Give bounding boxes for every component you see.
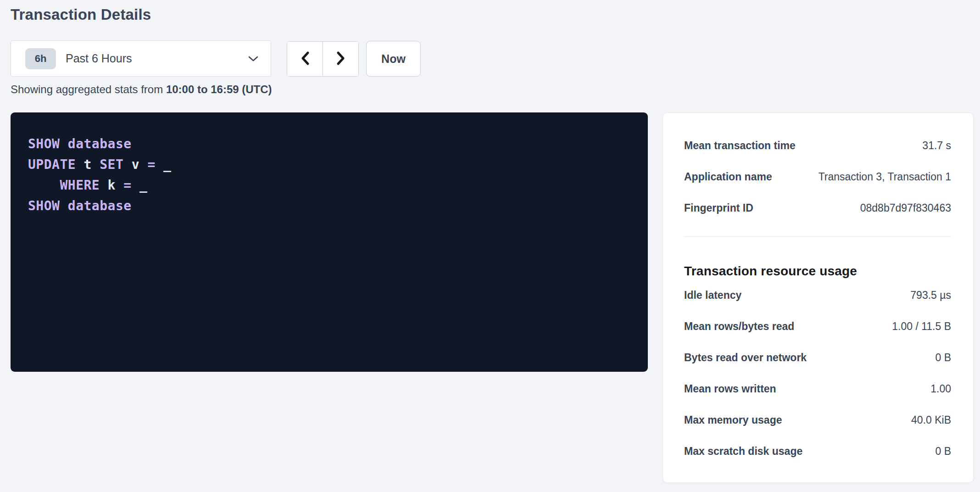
sql-identifier: t [76, 157, 100, 172]
sql-identifier: v [123, 157, 147, 172]
card-divider [684, 236, 951, 237]
time-range-dropdown[interactable]: 6h Past 6 Hours [11, 40, 271, 77]
detail-label: Bytes read over network [684, 352, 807, 364]
detail-label: Fingerprint ID [684, 202, 753, 214]
detail-value: 1.00 [930, 383, 951, 395]
time-nav-group [287, 41, 359, 77]
detail-label: Idle latency [684, 289, 741, 302]
transaction-details-page: Transaction Details 6h Past 6 Hours [0, 0, 980, 492]
detail-value: 08d8b7d97f830463 [860, 202, 951, 214]
transaction-details-card: Mean transaction time 31.7 s Application… [663, 112, 974, 483]
chevron-down-icon [248, 56, 259, 62]
sql-keyword: SHOW database [28, 198, 132, 213]
page-title: Transaction Details [11, 6, 151, 24]
time-range-label: Past 6 Hours [66, 52, 132, 65]
detail-row: Mean transaction time 31.7 s [684, 130, 951, 161]
detail-value: Transaction 3, Transaction 1 [819, 171, 951, 183]
detail-value: 0 B [935, 352, 951, 364]
sql-keyword: UPDATE [28, 157, 76, 172]
chevron-right-icon [336, 51, 346, 67]
detail-row: Application name Transaction 3, Transact… [684, 161, 951, 192]
detail-label: Mean transaction time [684, 140, 796, 152]
detail-value: 40.0 KiB [911, 414, 951, 426]
chevron-left-icon [300, 51, 310, 67]
detail-row: Fingerprint ID 08d8b7d97f830463 [684, 192, 951, 224]
time-range-badge: 6h [25, 48, 56, 69]
detail-label: Max memory usage [684, 414, 782, 426]
detail-label: Application name [684, 171, 772, 183]
sql-keyword: WHERE [28, 178, 100, 193]
sql-keyword: SHOW database [28, 136, 132, 151]
resource-usage-heading: Transaction resource usage [684, 263, 951, 280]
detail-value: 793.5 µs [910, 289, 951, 302]
detail-label: Max scratch disk usage [684, 445, 802, 458]
next-time-button[interactable] [323, 42, 358, 76]
caption-prefix: Showing aggregated stats from [11, 83, 163, 95]
sql-operator: = [147, 157, 155, 172]
card-body: Mean transaction time 31.7 s Application… [663, 113, 973, 467]
now-button[interactable]: Now [366, 41, 421, 77]
sql-placeholder: _ [132, 178, 148, 193]
sql-line: UPDATE t SET v = _ [28, 154, 634, 175]
stats-period-caption: Showing aggregated stats from 10:00 to 1… [11, 83, 272, 96]
detail-value: 0 B [935, 445, 951, 458]
sql-identifier: k [100, 178, 123, 193]
sql-line: WHERE k = _ [28, 175, 634, 196]
sql-code: SHOW databaseUPDATE t SET v = _ WHERE k … [11, 112, 648, 216]
detail-row: Max scratch disk usage 0 B [684, 436, 951, 467]
detail-label: Mean rows written [684, 383, 776, 395]
detail-row: Mean rows/bytes read 1.00 / 11.5 B [684, 311, 951, 342]
detail-value: 1.00 / 11.5 B [892, 320, 951, 333]
detail-row: Max memory usage 40.0 KiB [684, 404, 951, 436]
sql-line: SHOW database [28, 134, 634, 154]
sql-placeholder: _ [156, 157, 172, 172]
sql-keyword: SET [100, 157, 123, 172]
sql-operator: = [123, 178, 131, 193]
detail-row: Bytes read over network 0 B [684, 342, 951, 373]
detail-value: 31.7 s [922, 140, 951, 152]
caption-range: 10:00 to 16:59 (UTC) [166, 83, 272, 95]
prev-time-button[interactable] [287, 42, 323, 76]
detail-row: Mean rows written 1.00 [684, 373, 951, 404]
sql-line: SHOW database [28, 196, 634, 216]
sql-statement-box: SHOW databaseUPDATE t SET v = _ WHERE k … [11, 112, 648, 372]
detail-row: Idle latency 793.5 µs [684, 280, 951, 311]
detail-label: Mean rows/bytes read [684, 320, 794, 333]
